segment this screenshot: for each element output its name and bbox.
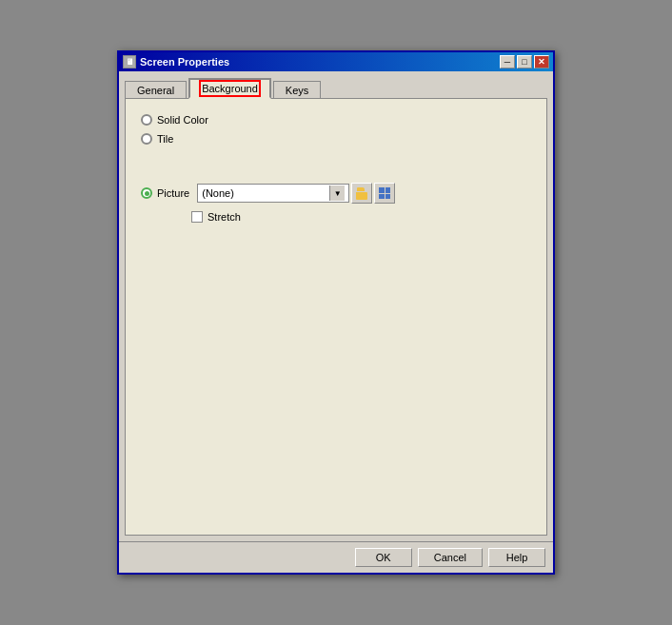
window-icon: 🖥 [123, 55, 136, 68]
title-bar-text: 🖥 Screen Properties [123, 55, 229, 68]
stretch-row: Stretch [191, 211, 531, 223]
tab-general-label: General [137, 85, 174, 96]
background-options: Solid Color Tile [141, 114, 531, 145]
radio-tile-input[interactable] [141, 133, 152, 145]
bottom-bar: OK Cancel Help [119, 541, 553, 573]
folder-icon [356, 187, 367, 200]
window-title: Screen Properties [140, 56, 229, 68]
radio-picture-input[interactable] [141, 187, 152, 199]
ok-button[interactable]: OK [355, 548, 412, 567]
grid-button[interactable] [374, 183, 395, 204]
close-button[interactable]: ✕ [534, 55, 549, 68]
radio-solid-color[interactable]: Solid Color [141, 114, 531, 126]
picture-dropdown-value: (None) [202, 187, 234, 199]
picture-dropdown[interactable]: (None) ▼ [197, 184, 349, 203]
minimize-button[interactable]: ─ [500, 55, 515, 68]
tab-background[interactable]: Background [188, 78, 271, 99]
stretch-checkbox[interactable] [191, 211, 203, 223]
browse-button[interactable] [351, 183, 372, 204]
stretch-label: Stretch [208, 211, 241, 223]
window-body: General Background Keys Solid Color [119, 71, 553, 541]
maximize-button[interactable]: □ [517, 55, 532, 68]
tab-bar: General Background Keys [125, 77, 547, 98]
tab-keys[interactable]: Keys [273, 81, 321, 99]
help-button[interactable]: Help [488, 548, 545, 567]
picture-controls: (None) ▼ [197, 183, 395, 204]
tab-keys-label: Keys [286, 85, 308, 96]
tab-general[interactable]: General [125, 81, 187, 99]
radio-tile[interactable]: Tile [141, 133, 531, 145]
dropdown-arrow[interactable]: ▼ [329, 186, 345, 201]
radio-tile-label: Tile [157, 133, 173, 145]
radio-solid-color-label: Solid Color [157, 114, 208, 126]
title-controls: ─ □ ✕ [500, 55, 549, 68]
title-bar: 🖥 Screen Properties ─ □ ✕ [119, 52, 553, 71]
tab-content-background: Solid Color Tile Picture (None) [125, 98, 547, 536]
tab-background-label: Background [202, 83, 258, 94]
grid-icon [379, 187, 390, 199]
cancel-button[interactable]: Cancel [418, 548, 483, 567]
radio-picture[interactable]: Picture [141, 187, 189, 199]
picture-row: Picture (None) ▼ [141, 183, 531, 204]
screen-properties-dialog: 🖥 Screen Properties ─ □ ✕ General Backgr… [117, 50, 555, 575]
radio-picture-label: Picture [157, 187, 189, 199]
radio-solid-color-input[interactable] [141, 114, 152, 126]
